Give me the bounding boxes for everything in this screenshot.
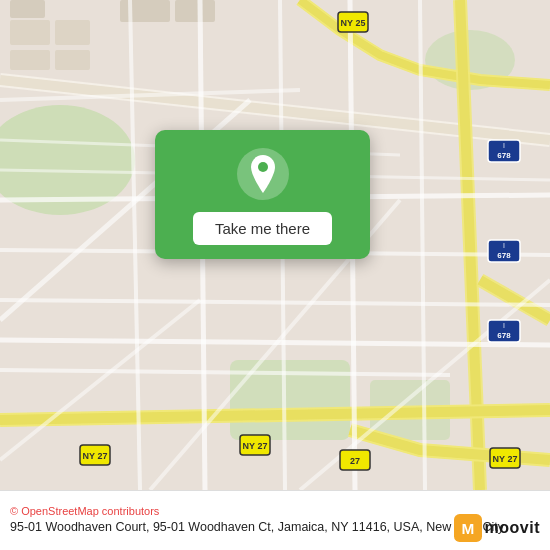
moovit-logo-text: moovit xyxy=(485,519,540,537)
svg-text:NY 25: NY 25 xyxy=(341,18,366,28)
location-pin-icon xyxy=(247,155,279,193)
take-me-there-button[interactable]: Take me there xyxy=(193,212,332,245)
moovit-logo: M moovit xyxy=(454,514,540,542)
svg-rect-7 xyxy=(55,20,90,45)
location-popup: Take me there xyxy=(155,130,370,259)
svg-text:NY 27: NY 27 xyxy=(243,441,268,451)
map-container: NY 25 NY 27 NY 27 27 NY 27 I 678 I 678 I… xyxy=(0,0,550,490)
svg-rect-12 xyxy=(175,0,215,22)
svg-text:678: 678 xyxy=(497,331,511,340)
svg-text:678: 678 xyxy=(497,251,511,260)
svg-text:I: I xyxy=(503,142,505,149)
svg-text:NY 27: NY 27 xyxy=(493,454,518,464)
svg-rect-9 xyxy=(55,50,90,70)
svg-rect-8 xyxy=(10,50,50,70)
svg-text:27: 27 xyxy=(350,456,360,466)
location-icon-wrapper xyxy=(237,148,289,200)
svg-text:M: M xyxy=(461,520,474,537)
svg-point-58 xyxy=(258,162,268,172)
bottom-info-bar: © OpenStreetMap contributors 95-01 Woodh… xyxy=(0,490,550,550)
svg-text:I: I xyxy=(503,322,505,329)
osm-attribution-text: © OpenStreetMap contributors xyxy=(10,505,159,517)
moovit-icon: M xyxy=(454,514,482,542)
svg-rect-10 xyxy=(10,0,45,18)
svg-rect-6 xyxy=(10,20,50,45)
svg-text:I: I xyxy=(503,242,505,249)
svg-text:678: 678 xyxy=(497,151,511,160)
svg-text:NY 27: NY 27 xyxy=(83,451,108,461)
svg-rect-11 xyxy=(120,0,170,22)
